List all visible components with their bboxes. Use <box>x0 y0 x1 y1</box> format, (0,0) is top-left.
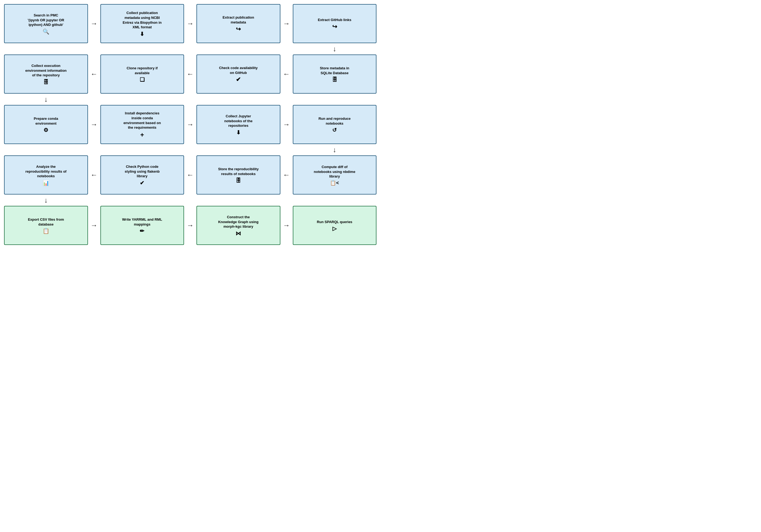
box-label: Clone repository if available <box>127 66 157 75</box>
box-clone-repo: Clone repository if available ❏ <box>100 55 184 94</box>
arrow-r3c4-r4c4: ↓ <box>291 145 378 154</box>
box-r5c3: Construct the Knowledge Graph using morp… <box>195 204 282 246</box>
box-store-metadata-sqlite: Store metadata in SQLite Database 🗄 <box>293 55 377 94</box>
box-r4c4: Compute diff of notebooks using nbdime l… <box>291 154 378 196</box>
box-label: Write YARRML and RML mappings <box>122 217 162 227</box>
play-icon: ▷ <box>332 226 336 231</box>
download2-icon: ⬇ <box>236 130 241 135</box>
box-r1c3: Extract publication metadata ↪ <box>195 3 282 44</box>
box-r3c4: Run and reproduce notebooks ↺ <box>291 104 378 145</box>
arrow-r5c3-r5c4: → <box>282 204 291 246</box>
arrow-r2c2-r2c1: ← <box>89 53 99 95</box>
box-label: Run and reproduce notebooks <box>319 116 351 126</box>
box-label: Compute diff of notebooks using nbdime l… <box>314 165 355 179</box>
box-run-reproduce: Run and reproduce notebooks ↺ <box>293 105 377 144</box>
download-icon: ⬇ <box>140 31 145 37</box>
arrow-r4c4-r4c3: ← <box>282 154 291 196</box>
box-label: Collect Jupyter notebooks of the reposit… <box>224 114 253 128</box>
box-run-sparql: Run SPARQL queries ▷ <box>293 206 377 245</box>
box-label: Construct the Knowledge Graph using morp… <box>218 215 259 229</box>
box-r1c4: Extract GitHub links ↪ <box>291 3 378 44</box>
box-collect-metadata: Collect publication metadata using NCBI … <box>100 4 184 43</box>
gear-icon: ⚙ <box>43 127 48 133</box>
box-construct-kg: Construct the Knowledge Graph using morp… <box>197 206 280 245</box>
search-icon: 🔍 <box>43 29 49 34</box>
box-r4c1: Analyze the reproducibility results of n… <box>3 154 89 196</box>
checkmark-icon: ✔ <box>236 77 241 82</box>
export-icon: ↪ <box>236 26 241 32</box>
box-search-pmc: Search in PMC '(ipynb OR jupyter OR ipyt… <box>4 4 88 43</box>
box-r3c2: Install dependencies inside conda enviro… <box>99 104 186 145</box>
box-label: Extract publication metadata <box>223 15 254 25</box>
box-r4c3: Store the reproducibility results of not… <box>195 154 282 196</box>
pencil-icon: ✏ <box>140 228 145 234</box>
box-r1c1: Search in PMC '(ipynb OR jupyter OR ipyt… <box>3 3 89 44</box>
database-icon: 🗄 <box>332 77 337 82</box>
box-label: Export CSV files from database <box>28 217 64 227</box>
box-r3c1: Prepare conda environment ⚙ <box>3 104 89 145</box>
box-extract-pub-metadata: Extract publication metadata ↪ <box>197 4 280 43</box>
box-r5c1: Export CSV files from database 📋 <box>3 204 89 246</box>
box-label: Install dependencies inside conda enviro… <box>123 111 161 130</box>
diagram: Search in PMC '(ipynb OR jupyter OR ipyt… <box>0 0 380 266</box>
box-store-repro-results: Store the reproducibility results of not… <box>197 155 280 194</box>
arrow-r4c3-r4c2: ← <box>185 154 195 196</box>
box-collect-exec-env: Collect execution environment informatio… <box>4 55 88 94</box>
box-label: Analyze the reproducibility results of n… <box>26 164 66 179</box>
box-label: Extract GitHub links <box>318 18 351 23</box>
arrow-r2c3-r2c2: ← <box>185 53 195 95</box>
arrow-r3c3-r3c4: → <box>282 104 291 145</box>
box-r2c1: Collect execution environment informatio… <box>3 53 89 95</box>
box-check-code-github: Check code availability on GitHub ✔ <box>197 55 280 94</box>
box-check-python-style: Check Python code styling using flakenb … <box>100 155 184 194</box>
box-label: Prepare conda environment <box>34 116 58 126</box>
arrow-r1c1-r1c2: → <box>89 3 99 44</box>
box-label: Search in PMC '(ipynb OR jupyter OR ipyt… <box>28 13 64 27</box>
box-label: Store metadata in SQLite Database <box>320 66 349 75</box>
box-label: Check Python code styling using flakenb … <box>125 164 159 179</box>
arrow-r3c2-r3c3: → <box>185 104 195 145</box>
box-analyze-repro: Analyze the reproducibility results of n… <box>4 155 88 194</box>
arrow-r1c4-r2c4: ↓ <box>291 44 378 53</box>
box-label: Check code availability on GitHub <box>219 66 258 75</box>
box-r5c4: Run SPARQL queries ▷ <box>291 204 378 246</box>
share-icon: ⋈ <box>236 231 241 236</box>
database2-icon: 🗄 <box>43 79 49 85</box>
refresh-icon: ↺ <box>332 127 337 133</box>
box-label: Collect execution environment informatio… <box>26 63 67 78</box>
box-compute-diff: Compute diff of notebooks using nbdime l… <box>293 155 377 194</box>
arrow-r4c2-r4c1: ← <box>89 154 99 196</box>
box-label: Run SPARQL queries <box>317 220 352 225</box>
table-icon: 📋 <box>43 228 49 234</box>
copy-icon: ❏ <box>140 77 145 82</box>
box-label: Store the reproducibility results of not… <box>218 167 259 176</box>
box-r4c2: Check Python code styling using flakenb … <box>99 154 186 196</box>
arrow-r4c1-r5c1: ↓ <box>3 196 89 204</box>
box-r1c2: Collect publication metadata using NCBI … <box>99 3 186 44</box>
arrow-r5c2-r5c3: → <box>185 204 195 246</box>
arrow-r1c3-r1c4: → <box>282 3 291 44</box>
link-icon: ↪ <box>332 24 337 30</box>
box-write-yarrml: Write YARRML and RML mappings ✏ <box>100 206 184 245</box>
arrow-r5c1-r5c2: → <box>89 204 99 246</box>
box-extract-github-links: Extract GitHub links ↪ <box>293 4 377 43</box>
box-r2c2: Clone repository if available ❏ <box>99 53 186 95</box>
arrow-r2c1-r3c1: ↓ <box>3 95 89 104</box>
box-prepare-conda: Prepare conda environment ⚙ <box>4 105 88 144</box>
check2-icon: ✔ <box>140 180 145 186</box>
box-install-deps: Install dependencies inside conda enviro… <box>100 105 184 144</box>
arrow-r1c2-r1c3: → <box>185 3 195 44</box>
arrow-r3c1-r3c2: → <box>89 104 99 145</box>
plus-icon: + <box>140 132 144 138</box>
db-store-icon: 🗄 <box>236 178 241 183</box>
diff-icon: 📋< <box>330 181 339 185</box>
box-label: Collect publication metadata using NCBI … <box>123 11 162 29</box>
box-r2c3: Check code availability on GitHub ✔ <box>195 53 282 95</box>
box-r5c2: Write YARRML and RML mappings ✏ <box>99 204 186 246</box>
box-export-csv: Export CSV files from database 📋 <box>4 206 88 245</box>
analyze-icon: 📊 <box>43 180 49 186</box>
box-collect-notebooks: Collect Jupyter notebooks of the reposit… <box>197 105 280 144</box>
box-r2c4: Store metadata in SQLite Database 🗄 <box>291 53 378 95</box>
arrow-r2c4-r2c3: ← <box>282 53 291 95</box>
box-r3c3: Collect Jupyter notebooks of the reposit… <box>195 104 282 145</box>
